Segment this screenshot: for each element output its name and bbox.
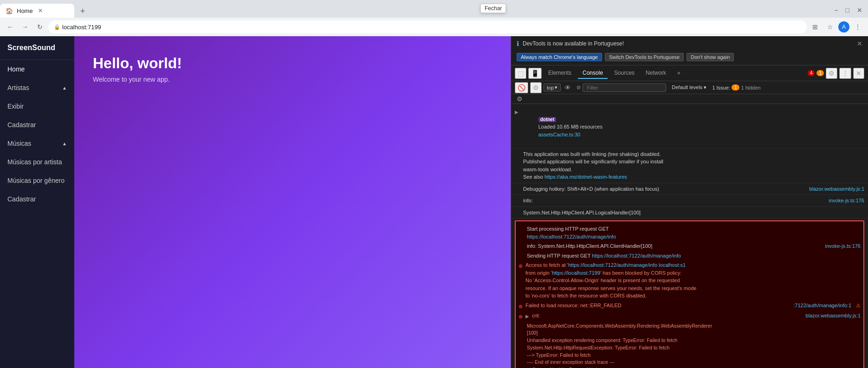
address-bar[interactable]: 🔒 localhost:7199 (48, 20, 807, 33)
new-tab-button[interactable]: + (76, 5, 89, 18)
eye-icon[interactable]: 👁 (563, 83, 573, 92)
log-toggle[interactable]: ▶ (515, 109, 518, 116)
log-entry-debug-hotkey: Debugging hotkey: Shift+Alt+D (when appl… (511, 183, 868, 195)
console-gear-icon[interactable]: ⚙ (515, 94, 525, 103)
blazor-source2[interactable]: blazor.webassembly.js:1 (806, 312, 861, 320)
devtools-gear-row: ⚙ (511, 94, 868, 104)
profile-icon[interactable]: A (838, 21, 849, 32)
crit-toggle[interactable]: ▶ (525, 313, 529, 320)
sidebar-item-exibir[interactable]: Exibir (0, 97, 74, 116)
devtools-tab-network[interactable]: Network (641, 68, 671, 79)
dotnet-badge: dotnet (538, 117, 557, 122)
log-entry-info1: info: invoke-js.ts:176 (511, 195, 868, 207)
log-entry-start-processing: Start processing HTTP request GEThttps:/… (518, 224, 861, 241)
devtools-panel: ℹ DevTools is now available in Portugues… (511, 36, 868, 368)
devtools-toolbar: ⬚ 📱 Elements Console Sources Network » 4… (511, 65, 868, 81)
back-button[interactable]: ← (4, 20, 17, 33)
sidebar-logo: ScreenSound (0, 36, 74, 60)
sidebar-item-musicas-por-artista[interactable]: Músicas por artista (0, 153, 74, 171)
log-entry-failed-load: ⊗ Failed to load resource: net::ERR_FAIL… (518, 301, 861, 311)
context-selector[interactable]: top ▾ (544, 84, 561, 91)
sidebar-item-musicas[interactable]: Músicas ▲ (0, 134, 74, 153)
nav-bar: ← → ↻ 🔒 localhost:7199 ⊞ ☆ A ⋮ (0, 18, 868, 36)
switch-portuguese-button[interactable]: Switch DevTools to Portuguese (605, 53, 684, 61)
sidebar-item-artistas[interactable]: Artistas ▲ (0, 78, 74, 97)
match-language-button[interactable]: Always match Chrome's language (517, 53, 602, 61)
manage-info-link1[interactable]: https://localhost:7122/auth/manage/info (527, 234, 616, 239)
devtools-toolbar2: 🚫 ⚙ top ▾ 👁 ⊘ Default levels ▾ 1 Issue: … (511, 81, 868, 94)
reload-button[interactable]: ↻ (33, 20, 46, 33)
invoke-js-link[interactable]: invoke-js.ts:176 (829, 197, 864, 205)
tab-close-button[interactable]: ✕ (37, 7, 44, 14)
sidebar: ScreenSound Home Artistas ▲ Exibir Cadas… (0, 36, 74, 368)
blazor-webassembly-link[interactable]: blazor.webassembly.js:1 (810, 185, 864, 193)
notification-icon: ℹ (517, 40, 519, 47)
fechar-tooltip: Fechar (480, 4, 506, 13)
translate-icon[interactable]: ⊞ (809, 20, 822, 33)
error-count-badge: 4 (808, 70, 815, 76)
welcome-text: Hello, world! Welcome to your new app. (93, 55, 182, 83)
sidebar-item-musicas-por-genero[interactable]: Músicas por gênero (0, 171, 74, 190)
minimize-button[interactable]: − (832, 5, 840, 16)
error-icon3: ⊗ (518, 313, 523, 321)
level-selector-container: Default levels ▾ (672, 84, 706, 90)
devtools-device-button[interactable]: 📱 (528, 68, 542, 79)
devtools-more-button[interactable]: ⋮ (839, 68, 851, 79)
dont-show-again-button[interactable]: Don't show again (687, 53, 734, 61)
close-button[interactable]: ✕ (855, 5, 864, 16)
manage-info-source[interactable]: :7122/auth/manage/info:1 (793, 302, 851, 310)
musicas-arrow: ▲ (62, 141, 67, 146)
maximize-button[interactable]: □ (844, 5, 851, 16)
wasm-features-link[interactable]: https://aka.ms/dotnet-wasm-features (544, 174, 627, 180)
devtools-close-button[interactable]: ✕ (853, 68, 864, 79)
issues-container: 1 Issue: 1 1 hidden (712, 84, 760, 90)
devtools-tab-console[interactable]: Console (578, 68, 608, 79)
context-label: top (547, 85, 554, 90)
tab-title: Home (17, 7, 33, 14)
log-entry-crit: ⊗ ▶ crit: blazor.webassembly.js:1 (518, 311, 861, 322)
devtools-inspect-button[interactable]: ⬚ (515, 68, 526, 79)
default-levels-label[interactable]: Default levels ▾ (672, 84, 706, 90)
app-body: ScreenSound Home Artistas ▲ Exibir Cadas… (0, 36, 511, 368)
artistas-arrow: ▲ (62, 85, 67, 90)
issues-badge: 1 (732, 84, 740, 90)
app-frame: ScreenSound Home Artistas ▲ Exibir Cadas… (0, 36, 511, 368)
forward-button[interactable]: → (19, 20, 32, 33)
bookmark-icon[interactable]: ☆ (823, 20, 836, 33)
devtools-tab-elements[interactable]: Elements (544, 68, 576, 79)
main-area: ScreenSound Home Artistas ▲ Exibir Cadas… (0, 36, 868, 368)
cors-link1[interactable]: https://localhost:7122/auth/manage/info (568, 262, 657, 268)
error-icon1: ⊗ (518, 262, 523, 270)
filter-icon: ⊘ (577, 84, 581, 90)
manage-info-link2[interactable]: https://localhost:7122/auth/manage/info (592, 253, 681, 258)
browser-tab[interactable]: 🏠 Home ✕ (0, 4, 74, 18)
hidden-label: 1 hidden (741, 85, 760, 90)
filter-input[interactable] (583, 84, 666, 92)
cors-link3[interactable]: https://localhost:7199 (552, 270, 600, 276)
notification-message: DevTools is now available in Portuguese! (523, 40, 853, 47)
issues-label: 1 Issue: (712, 85, 730, 90)
error-box: Start processing HTTP request GEThttps:/… (515, 220, 864, 368)
sidebar-item-home[interactable]: Home (0, 60, 74, 78)
console-body[interactable]: ▶ dotnet Loaded 10.65 MB resources asset… (511, 104, 868, 368)
page-content: Hello, world! Welcome to your new app. (74, 36, 511, 368)
warn-badge: ⚠ (856, 302, 861, 310)
devtools-tab-sources[interactable]: Sources (609, 68, 639, 79)
log-entry-client-handler: info: System.Net.Http.HttpClient.API.Cli… (518, 241, 861, 251)
devtools-tab-more[interactable]: » (673, 68, 685, 79)
nav-icons: ⊞ ☆ A ⋮ (809, 20, 864, 33)
devtools-settings-button[interactable]: ⚙ (826, 68, 837, 79)
sidebar-item-cadastrar2[interactable]: Cadastrar (0, 190, 74, 208)
settings-gear-button[interactable]: ⚙ (530, 82, 542, 93)
log-entry-cors-error: ⊗ Access to fetch at 'https://localhost:… (518, 260, 861, 301)
notification-close[interactable]: ✕ (857, 40, 862, 47)
cors-link2[interactable]: localhost:s1 (659, 262, 686, 268)
assets-cache-link[interactable]: assetsCache.ts:30 (538, 132, 581, 137)
extensions-icon[interactable]: ⋮ (851, 20, 864, 33)
welcome-subheading: Welcome to your new app. (93, 76, 182, 83)
sidebar-item-cadastrar1[interactable]: Cadastrar (0, 116, 74, 134)
invoke-js-link2[interactable]: invoke-js.ts:176 (825, 242, 861, 250)
welcome-heading: Hello, world! (93, 55, 182, 72)
log-entry-sending-http: Sending HTTP request GET https://localho… (518, 251, 861, 261)
clear-console-button[interactable]: 🚫 (515, 82, 528, 93)
